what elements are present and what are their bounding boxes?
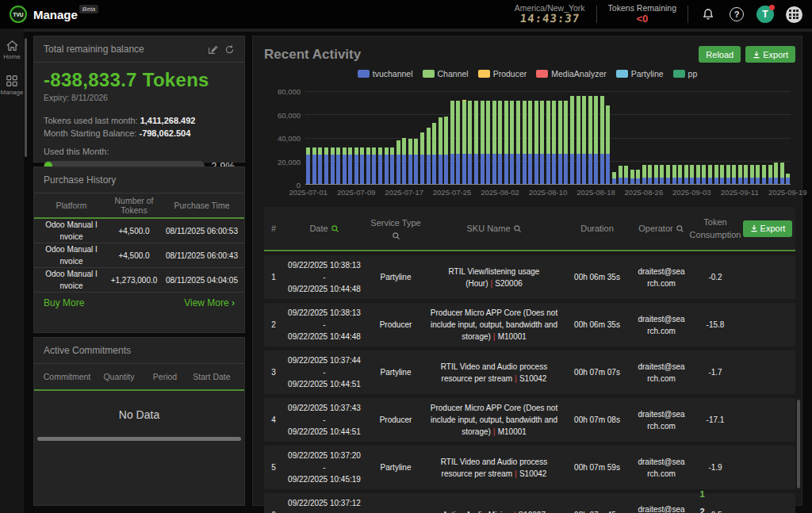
chart-bar[interactable] [413, 91, 419, 184]
left-scrollbar[interactable] [25, 38, 27, 157]
refresh-icon[interactable] [224, 44, 235, 55]
table-row[interactable]: 309/22/2025 10:37:44 -09/22/2025 10:44:5… [264, 350, 795, 394]
chart-bar[interactable] [647, 91, 653, 184]
chart-bar[interactable] [617, 91, 623, 184]
chart-bar[interactable] [515, 91, 522, 184]
chart-bar[interactable] [575, 91, 581, 184]
chart-bar[interactable] [629, 91, 635, 184]
chart-bar[interactable] [743, 91, 749, 184]
chart-bar[interactable] [450, 91, 456, 184]
chart-bar[interactable] [462, 91, 468, 184]
chart-bar[interactable] [623, 91, 630, 184]
chart-bar[interactable] [443, 91, 450, 184]
chart-bar[interactable] [749, 91, 756, 184]
notifications-bell-icon[interactable] [699, 6, 717, 23]
chart-bar[interactable] [665, 91, 672, 184]
chart-bar[interactable] [324, 91, 330, 184]
chart-bar[interactable] [473, 91, 480, 184]
chart-bar[interactable] [599, 91, 606, 184]
chart-bar[interactable] [377, 91, 384, 184]
user-avatar[interactable]: T [756, 6, 774, 23]
chart-bar[interactable] [533, 91, 539, 184]
chart-bar[interactable] [383, 91, 389, 184]
chart-bar[interactable] [701, 91, 707, 184]
chart-bar[interactable] [551, 91, 557, 184]
chart-bar[interactable] [593, 91, 599, 184]
th-service-type[interactable]: Service Type [366, 216, 426, 241]
chart-bar[interactable] [546, 91, 552, 184]
chart-bar[interactable] [725, 91, 731, 184]
legend-item-Partyline[interactable]: Partyline [616, 69, 664, 78]
chart-bar[interactable] [677, 91, 684, 184]
chart-bar[interactable] [504, 91, 510, 184]
chart-bar[interactable] [437, 91, 443, 184]
chart-bar[interactable] [563, 91, 569, 184]
chart-bar[interactable] [761, 91, 768, 184]
table-row[interactable]: 609/22/2025 10:37:12 -09/22/2025 10:44:5… [264, 493, 795, 513]
chart-bar[interactable] [731, 91, 737, 184]
chart-bar[interactable] [347, 91, 354, 184]
table-row[interactable]: 409/22/2025 10:37:43 -09/22/2025 10:44:5… [264, 398, 795, 442]
chart-bar[interactable] [605, 91, 611, 184]
chart-bar[interactable] [767, 91, 773, 184]
chart-bar[interactable] [539, 91, 546, 184]
view-more-link[interactable]: View More › [184, 297, 235, 308]
chart-bar[interactable] [395, 91, 401, 184]
legend-item-pp[interactable]: pp [673, 69, 698, 78]
chart-bar[interactable] [557, 91, 564, 184]
table-scrollbar[interactable] [797, 400, 800, 488]
chart-bar[interactable] [689, 91, 695, 184]
reload-button[interactable]: Reload [699, 46, 741, 63]
export-chart-button[interactable]: Export [745, 46, 795, 63]
legend-item-Producer[interactable]: Producer [478, 69, 527, 78]
legend-item-MediaAnalyzer[interactable]: MediaAnalyzer [536, 69, 606, 78]
chart-bar[interactable] [317, 91, 324, 184]
chart-bar[interactable] [779, 91, 785, 184]
chart-bar[interactable] [425, 91, 431, 184]
chart-bar[interactable] [305, 91, 312, 184]
chart-bar[interactable] [611, 91, 618, 184]
chart-bar[interactable] [659, 91, 665, 184]
chart-bar[interactable] [455, 91, 462, 184]
chart-bar[interactable] [419, 91, 426, 184]
legend-item-Channel[interactable]: Channel [423, 69, 469, 78]
chart-bar[interactable] [521, 91, 527, 184]
table-row[interactable]: 509/22/2025 10:37:20 -09/22/2025 10:45:1… [264, 446, 795, 489]
chart-bar[interactable] [785, 91, 791, 184]
chart-bar[interactable] [683, 91, 689, 184]
buy-more-link[interactable]: Buy More [44, 297, 84, 308]
chart-bar[interactable] [653, 91, 660, 184]
nav-item-home[interactable]: Home [3, 40, 20, 60]
chart-bar[interactable] [497, 91, 504, 184]
chart-bar[interactable] [587, 91, 593, 184]
page-button-2[interactable]: 2 [693, 503, 711, 513]
chart-bar[interactable] [467, 91, 473, 184]
chart-bar[interactable] [671, 91, 677, 184]
chart-bar[interactable] [479, 91, 485, 184]
chart-bar[interactable] [509, 91, 515, 184]
help-icon[interactable]: ? [728, 6, 745, 23]
chart-bar[interactable] [713, 91, 719, 184]
chart-bar[interactable] [341, 91, 347, 184]
nav-item-manage[interactable]: Manage [1, 75, 24, 96]
chart-bar[interactable] [695, 91, 702, 184]
chart-bar[interactable] [371, 91, 377, 184]
chart-bar[interactable] [719, 91, 726, 184]
chart-bar[interactable] [485, 91, 492, 184]
th-date[interactable]: Date [283, 222, 366, 235]
chart-bar[interactable] [737, 91, 744, 184]
chart-bar[interactable] [491, 91, 497, 184]
th-operator[interactable]: Operator [632, 222, 691, 235]
chart-bar[interactable] [366, 91, 372, 184]
chart-bar[interactable] [431, 91, 438, 184]
chart-bar[interactable] [773, 91, 779, 184]
chart-bar[interactable] [408, 91, 414, 184]
chart-bar[interactable] [312, 91, 318, 184]
chart-bar[interactable] [354, 91, 360, 184]
chart-bar[interactable] [389, 91, 396, 184]
apps-grid-icon[interactable] [785, 6, 802, 23]
chart-bar[interactable] [755, 91, 761, 184]
th-sku-name[interactable]: SKU Name [426, 222, 562, 235]
chart-bar[interactable] [329, 91, 335, 184]
chart-bar[interactable] [642, 91, 648, 184]
